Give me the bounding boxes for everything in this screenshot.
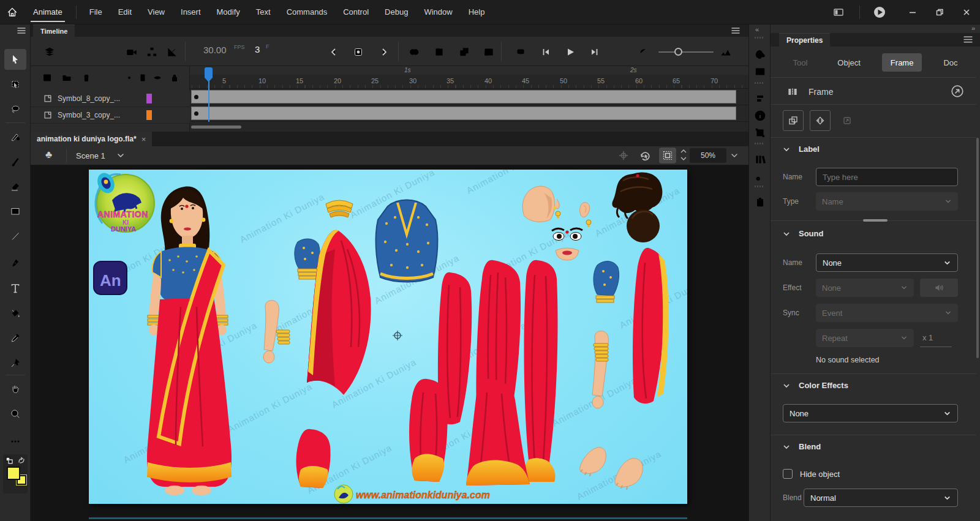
timeline-zoom-slider[interactable] <box>658 51 714 53</box>
toolbar-menu-icon[interactable] <box>17 27 26 34</box>
highlight-column-icon[interactable] <box>123 71 136 84</box>
blend-section-header[interactable]: Blend <box>783 442 821 451</box>
layer-row-symbol-8[interactable]: Symbol_8_copy_... <box>31 91 190 107</box>
delete-layer-icon[interactable] <box>80 71 93 84</box>
tab-tool[interactable]: Tool <box>784 53 816 72</box>
hide-object-checkbox[interactable] <box>783 469 793 479</box>
test-movie-icon[interactable] <box>869 6 891 19</box>
animate-badge[interactable]: An <box>94 261 127 294</box>
canvas-pasteboard[interactable]: Animation Ki Duniya Animation Ki Duniya … <box>31 165 748 521</box>
swap-colors-icon[interactable] <box>17 456 26 465</box>
actions-button[interactable] <box>810 110 831 131</box>
part-hair-bun[interactable] <box>627 209 660 242</box>
play-icon[interactable] <box>562 44 578 60</box>
layer-color-chip[interactable] <box>146 110 152 120</box>
scene-chevron-icon[interactable] <box>116 151 125 160</box>
color-effects-select[interactable]: None <box>783 404 958 422</box>
lasso-tool[interactable] <box>4 99 26 120</box>
character-full[interactable] <box>147 187 232 495</box>
grid-snap-icon[interactable] <box>617 149 630 162</box>
home-icon[interactable] <box>0 7 24 18</box>
label-name-input[interactable] <box>816 168 958 186</box>
menu-insert[interactable]: Insert <box>173 0 209 24</box>
label-section-header[interactable]: Label <box>783 144 820 154</box>
collapse-left-icon[interactable]: « <box>755 26 759 33</box>
part-feet-2[interactable] <box>615 459 643 490</box>
timeline-tab[interactable]: Timeline <box>33 24 75 37</box>
sound-name-select[interactable]: None <box>816 253 958 272</box>
minimize-button[interactable] <box>899 3 926 21</box>
rectangle-tool[interactable] <box>4 201 26 222</box>
color-effects-section-header[interactable]: Color Effects <box>783 381 848 390</box>
part-blouse[interactable] <box>376 200 438 282</box>
menu-view[interactable]: View <box>140 0 173 24</box>
part-earring-1[interactable] <box>556 211 560 219</box>
keyframe-dot[interactable] <box>194 95 198 99</box>
subselection-tool[interactable] <box>4 74 26 95</box>
reset-timeline-zoom-icon[interactable] <box>636 44 652 60</box>
help-link-icon[interactable] <box>951 84 964 98</box>
collapse-right-icon[interactable]: » <box>971 24 975 32</box>
section-resize-handle[interactable] <box>863 219 888 222</box>
pen-tool[interactable] <box>4 253 26 274</box>
timeline-panel-menu-icon[interactable] <box>731 27 740 34</box>
timeline-hscrollbar[interactable] <box>191 126 241 129</box>
align-panel-icon[interactable] <box>752 91 768 107</box>
menu-commands[interactable]: Commands <box>279 0 335 24</box>
current-frame-value[interactable]: 3 <box>255 44 260 54</box>
more-tools-button[interactable] <box>4 431 26 452</box>
menu-debug[interactable]: Debug <box>377 0 416 24</box>
restore-button[interactable] <box>926 3 953 21</box>
sound-section-header[interactable]: Sound <box>783 229 823 238</box>
part-skirt-big[interactable] <box>466 379 530 485</box>
part-skirt-small-left[interactable] <box>296 429 331 488</box>
loop-playback-icon[interactable] <box>512 44 528 60</box>
insert-keyframe-icon[interactable] <box>350 44 366 60</box>
menu-control[interactable]: Control <box>335 0 377 24</box>
edit-multiple-frames-icon[interactable] <box>456 44 472 60</box>
step-back-icon[interactable] <box>538 44 554 60</box>
zoom-stepper[interactable] <box>680 148 687 162</box>
tab-frame[interactable]: Frame <box>882 53 922 72</box>
part-arm-left[interactable] <box>263 301 290 363</box>
tab-object[interactable]: Object <box>829 53 869 72</box>
info-panel-icon[interactable] <box>752 108 768 124</box>
menu-window[interactable]: Window <box>416 0 460 24</box>
part-head-skin[interactable] <box>522 186 554 222</box>
frame-ruler[interactable]: 5 10 15 20 25 30 35 40 45 50 55 60 65 70 <box>190 75 748 89</box>
step-forward-icon[interactable] <box>587 44 603 60</box>
asset-warp-pin-tool[interactable] <box>4 353 26 373</box>
frame-options-icon[interactable] <box>481 44 497 60</box>
outline-column-icon[interactable] <box>136 71 149 84</box>
part-earring-2[interactable] <box>586 220 591 227</box>
properties-panel-menu-icon[interactable] <box>963 36 973 43</box>
workspace-icon[interactable] <box>826 7 851 18</box>
previous-keyframe-icon[interactable] <box>326 44 342 60</box>
layers-icon[interactable] <box>42 44 58 60</box>
fill-color-swatch[interactable] <box>7 467 20 480</box>
convert-keyframe-button[interactable] <box>783 110 804 131</box>
part-sleeve-right[interactable] <box>594 261 619 302</box>
paint-bucket-tool[interactable] <box>4 303 26 324</box>
frame-track-1[interactable] <box>190 89 748 105</box>
menu-help[interactable]: Help <box>461 0 493 24</box>
layer-color-chip[interactable] <box>146 94 152 103</box>
clip-content-button[interactable] <box>659 148 676 163</box>
symbol-edit-icon[interactable]: ♣ <box>45 149 52 161</box>
menu-text[interactable]: Text <box>248 0 279 24</box>
next-keyframe-icon[interactable] <box>376 44 392 60</box>
layer-row-symbol-3[interactable]: Symbol_3_copy_... <box>31 107 190 124</box>
close-window-button[interactable] <box>953 3 980 21</box>
brand-logo[interactable]: ANIMATION KI DUNIYA <box>94 170 154 233</box>
menu-edit[interactable]: Edit <box>110 0 140 24</box>
swatches-panel-icon[interactable] <box>752 64 768 80</box>
library-panel-icon[interactable] <box>752 151 768 167</box>
properties-tab[interactable]: Properties <box>779 33 830 47</box>
selection-tool[interactable] <box>4 49 26 70</box>
camera-icon[interactable] <box>124 44 140 60</box>
color-panel-icon[interactable] <box>752 47 768 62</box>
layer-name[interactable]: Symbol_3_copy_... <box>58 111 146 119</box>
layer-parenting-icon[interactable] <box>144 44 160 60</box>
blend-mode-select[interactable]: Normal <box>804 489 958 507</box>
hand-tool[interactable] <box>4 378 26 399</box>
